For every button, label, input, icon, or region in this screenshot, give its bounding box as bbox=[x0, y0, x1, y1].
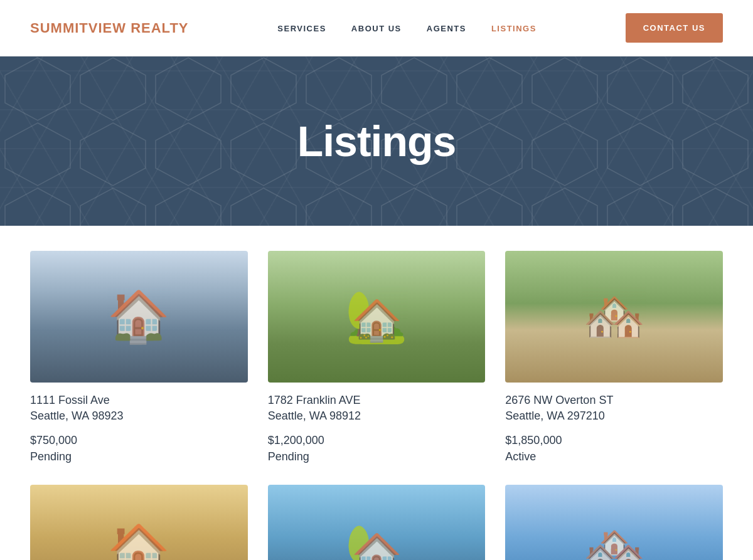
listing-card[interactable]: 1111 Fossil Ave Seattle, WA 98923 $750,0… bbox=[30, 251, 248, 465]
nav-links: SERVICES ABOUT US AGENTS LISTINGS bbox=[277, 23, 537, 34]
nav-link-agents[interactable]: AGENTS bbox=[427, 24, 466, 33]
listing-price: $1,200,000 bbox=[268, 433, 486, 448]
listing-status: Active bbox=[505, 449, 723, 465]
listings-grid: 1111 Fossil Ave Seattle, WA 98923 $750,0… bbox=[30, 251, 723, 560]
listing-image bbox=[30, 251, 248, 383]
listing-address-line1: 1111 Fossil Ave bbox=[30, 393, 248, 408]
listing-card[interactable]: 3301 Lakeview Drive Seattle, WA 98112 $2… bbox=[505, 485, 723, 560]
nav-link-listings[interactable]: LISTINGS bbox=[491, 24, 537, 33]
listing-image bbox=[30, 485, 248, 560]
listing-address-line1: 2676 NW Overton ST bbox=[505, 393, 723, 408]
page-title: Listings bbox=[297, 117, 456, 166]
brand-logo[interactable]: SUMMITVIEW REALTY bbox=[30, 20, 189, 36]
listing-card[interactable]: 422 Oak Street Seattle, WA 98101 $950,00… bbox=[30, 485, 248, 560]
nav-item-listings[interactable]: LISTINGS bbox=[491, 23, 537, 34]
contact-us-button[interactable]: CONTACT US bbox=[626, 13, 723, 43]
nav-item-about[interactable]: ABOUT US bbox=[351, 23, 402, 34]
listing-status: Pending bbox=[268, 449, 486, 465]
nav-link-about[interactable]: ABOUT US bbox=[351, 24, 402, 33]
listings-section: 1111 Fossil Ave Seattle, WA 98923 $750,0… bbox=[0, 226, 753, 560]
hero-banner: Listings bbox=[0, 56, 753, 226]
listing-card[interactable]: 2676 NW Overton ST Seattle, WA 297210 $1… bbox=[505, 251, 723, 465]
listing-card[interactable]: 1782 Franklin AVE Seattle, WA 98912 $1,2… bbox=[268, 251, 486, 465]
nav-link-services[interactable]: SERVICES bbox=[277, 24, 326, 33]
brand-name-part2: REALTY bbox=[131, 20, 188, 36]
listing-address-line2: Seattle, WA 98923 bbox=[30, 408, 248, 424]
navbar: SUMMITVIEW REALTY SERVICES ABOUT US AGEN… bbox=[0, 0, 753, 56]
nav-item-agents[interactable]: AGENTS bbox=[427, 23, 466, 34]
listing-address-line2: Seattle, WA 297210 bbox=[505, 408, 723, 424]
nav-item-services[interactable]: SERVICES bbox=[277, 23, 326, 34]
listing-image bbox=[505, 485, 723, 560]
listing-price: $750,000 bbox=[30, 433, 248, 448]
listing-image bbox=[268, 485, 486, 560]
listing-address-line2: Seattle, WA 98912 bbox=[268, 408, 486, 424]
listing-image bbox=[505, 251, 723, 383]
listing-status: Pending bbox=[30, 449, 248, 465]
listing-address-line1: 1782 Franklin AVE bbox=[268, 393, 486, 408]
brand-name-part1: SUMMITVIEW bbox=[30, 20, 126, 36]
listing-card[interactable]: 889 Pine Ridge Blvd Seattle, WA 98105 $1… bbox=[268, 485, 486, 560]
listing-image bbox=[268, 251, 486, 383]
listing-price: $1,850,000 bbox=[505, 433, 723, 448]
